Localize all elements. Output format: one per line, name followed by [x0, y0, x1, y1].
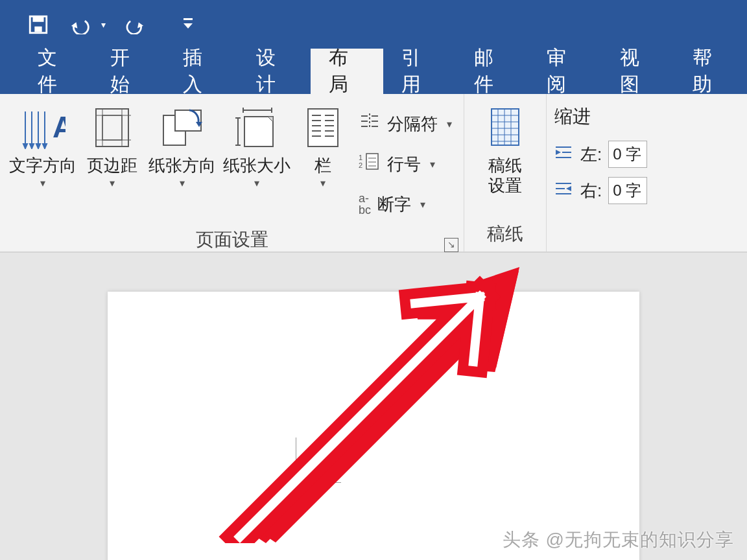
- group-manuscript: 稿纸 设置 稿纸: [464, 94, 547, 251]
- manuscript-icon: [488, 103, 523, 152]
- group-indent: 缩进 左: 0 字 右: 0 字: [547, 94, 683, 251]
- breaks-icon: [359, 112, 381, 136]
- tab-review[interactable]: 审阅: [528, 49, 601, 94]
- tab-home[interactable]: 开始: [92, 49, 165, 94]
- text-direction-button[interactable]: A 文字方向 ▾: [5, 100, 80, 192]
- tab-design[interactable]: 设计: [238, 49, 311, 94]
- manuscript-settings-button[interactable]: 稿纸 设置: [469, 100, 541, 198]
- svg-marker-11: [43, 144, 47, 148]
- line-numbers-button[interactable]: 12 行号 ▾: [359, 147, 452, 181]
- indent-right-icon: [554, 181, 574, 201]
- svg-rect-20: [175, 110, 201, 131]
- chevron-down-icon: ▾: [110, 177, 115, 189]
- svg-rect-28: [244, 117, 273, 146]
- undo-icon[interactable]: [70, 12, 95, 37]
- text-direction-label: 文字方向: [9, 156, 77, 176]
- paragraph-mark-icon: ↵: [302, 489, 316, 509]
- svg-marker-9: [30, 144, 34, 148]
- page-setup-dialog-launcher[interactable]: ↘: [444, 238, 458, 252]
- breaks-label: 分隔符: [387, 113, 438, 135]
- indent-left-label: 左:: [580, 143, 602, 166]
- save-icon[interactable]: [26, 12, 51, 37]
- tab-help[interactable]: 帮助: [674, 49, 747, 94]
- page-setup-small-column: 分隔符 ▾ 12 行号 ▾ a-bc 断字 ▾: [352, 100, 458, 224]
- size-label: 纸张大小: [223, 156, 290, 176]
- breaks-button[interactable]: 分隔符 ▾: [359, 107, 452, 141]
- svg-marker-60: [556, 150, 561, 155]
- chevron-down-icon: ▾: [254, 177, 259, 189]
- group-page-setup: A 文字方向 ▾ 页边距 ▾ 纸张方向 ▾: [0, 94, 464, 251]
- indent-right-row: 右: 0 字: [554, 177, 675, 204]
- indent-title: 缩进: [554, 104, 675, 129]
- chevron-down-icon: ▾: [420, 198, 425, 211]
- svg-rect-13: [96, 109, 128, 146]
- svg-marker-8: [23, 144, 27, 148]
- indent-right-label: 右:: [580, 180, 602, 202]
- tab-mailings[interactable]: 邮件: [456, 49, 528, 94]
- hyphenation-button[interactable]: a-bc 断字 ▾: [359, 187, 452, 221]
- columns-icon: [305, 103, 340, 152]
- page-setup-group-title: 页面设置: [196, 229, 268, 250]
- svg-marker-64: [566, 186, 571, 191]
- hyphenation-label: 断字: [377, 193, 411, 216]
- orientation-label: 纸张方向: [148, 156, 216, 176]
- chevron-down-icon: ▾: [430, 158, 435, 170]
- ribbon-tabs: 文件 开始 插入 设计 布局 引用 邮件 审阅 视图 帮助: [0, 49, 747, 94]
- tab-layout[interactable]: 布局: [311, 49, 383, 94]
- line-numbers-icon: 12: [359, 152, 381, 176]
- svg-rect-44: [366, 154, 378, 169]
- orientation-icon: [160, 103, 205, 152]
- svg-text:A: A: [53, 110, 65, 144]
- manuscript-label-1: 稿纸: [488, 156, 522, 176]
- svg-rect-14: [102, 115, 122, 140]
- chevron-down-icon: ▾: [447, 118, 452, 130]
- chevron-down-icon: ▾: [40, 177, 45, 189]
- svg-marker-10: [36, 144, 40, 148]
- text-direction-icon: A: [20, 103, 65, 152]
- svg-rect-2: [34, 26, 42, 32]
- margins-button[interactable]: 页边距 ▾: [80, 100, 145, 192]
- columns-button[interactable]: 栏 ▾: [294, 100, 352, 192]
- document-area: ↵ 头条 @无拘无束的知识分享: [0, 253, 747, 560]
- svg-rect-3: [184, 18, 193, 20]
- qat-customize-icon[interactable]: [176, 12, 200, 37]
- line-numbers-label: 行号: [387, 153, 421, 176]
- manuscript-group-title: 稿纸: [487, 224, 523, 244]
- columns-label: 栏: [314, 156, 331, 176]
- svg-rect-30: [308, 109, 338, 146]
- indent-left-field[interactable]: 0 字: [608, 141, 647, 168]
- svg-rect-48: [492, 109, 519, 145]
- indent-right-field[interactable]: 0 字: [608, 177, 647, 204]
- tab-view[interactable]: 视图: [602, 49, 674, 94]
- svg-text:1: 1: [359, 154, 362, 161]
- ribbon: A 文字方向 ▾ 页边距 ▾ 纸张方向 ▾: [0, 94, 747, 253]
- indent-left-icon: [554, 145, 574, 165]
- tab-insert[interactable]: 插入: [165, 49, 237, 94]
- tab-references[interactable]: 引用: [383, 49, 456, 94]
- hyphenation-icon: a-bc: [359, 192, 371, 216]
- indent-left-row: 左: 0 字: [554, 141, 675, 168]
- margins-icon: [93, 103, 131, 152]
- quick-access-toolbar: ▾: [0, 0, 747, 49]
- svg-rect-1: [33, 16, 44, 22]
- margin-corner-mark: [296, 438, 341, 483]
- size-button[interactable]: 纸张大小 ▾: [219, 100, 294, 192]
- document-page[interactable]: ↵: [108, 292, 639, 560]
- svg-text:2: 2: [359, 161, 362, 169]
- size-icon: [234, 103, 279, 152]
- manuscript-label-2: 设置: [488, 176, 522, 196]
- undo-dropdown-icon[interactable]: ▾: [101, 19, 106, 30]
- redo-icon[interactable]: [125, 12, 150, 37]
- margins-label: 页边距: [87, 156, 137, 176]
- watermark-text: 头条 @无拘无束的知识分享: [503, 528, 734, 552]
- tab-file[interactable]: 文件: [19, 49, 92, 94]
- orientation-button[interactable]: 纸张方向 ▾: [145, 100, 219, 192]
- chevron-down-icon: ▾: [180, 177, 185, 189]
- chevron-down-icon: ▾: [320, 177, 326, 189]
